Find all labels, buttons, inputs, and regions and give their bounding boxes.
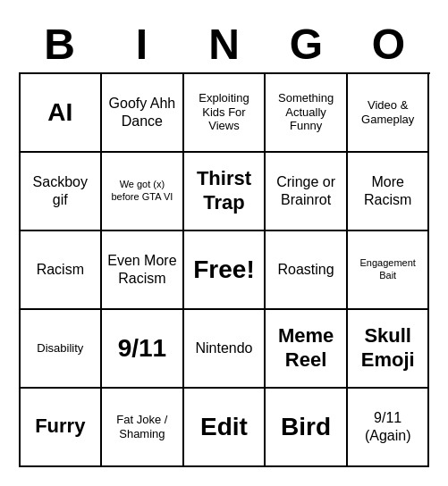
bingo-cell-14[interactable]: Engagement Bait <box>348 231 430 310</box>
bingo-cell-24[interactable]: 9/11 (Again) <box>348 389 430 467</box>
cell-text-9: More Racism <box>351 173 425 207</box>
bingo-grid: AIGoofy Ahh DanceExploiting Kids For Vie… <box>19 72 430 467</box>
bingo-cell-5[interactable]: Sackboy gif <box>21 153 103 231</box>
cell-text-8: Cringe or Brainrot <box>269 173 342 207</box>
cell-text-0: AI <box>47 97 72 128</box>
bingo-cell-2[interactable]: Exploiting Kids For Views <box>184 74 266 153</box>
bingo-card: BINGO AIGoofy Ahh DanceExploiting Kids F… <box>10 11 439 476</box>
cell-text-20: Furry <box>35 415 85 438</box>
cell-text-19: Skull Emoji <box>351 324 425 372</box>
bingo-cell-22[interactable]: Edit <box>184 389 266 467</box>
bingo-cell-18[interactable]: Meme Reel <box>266 310 348 389</box>
cell-text-17: Nintendo <box>195 339 252 356</box>
bingo-cell-17[interactable]: Nintendo <box>184 310 266 389</box>
cell-text-22: Edit <box>200 412 248 442</box>
cell-text-23: Bird <box>281 412 331 442</box>
bingo-cell-9[interactable]: More Racism <box>348 153 430 231</box>
title-letter-B: B <box>21 20 99 69</box>
cell-text-14: Engagement Bait <box>351 257 425 281</box>
bingo-cell-21[interactable]: Fat Joke / Shaming <box>102 389 184 467</box>
title-letter-N: N <box>185 20 264 69</box>
cell-text-5: Sackboy gif <box>24 173 97 207</box>
cell-text-15: Disability <box>37 341 83 356</box>
bingo-cell-19[interactable]: Skull Emoji <box>348 310 430 389</box>
bingo-cell-4[interactable]: Video & Gameplay <box>348 74 430 153</box>
cell-text-11: Even More Racism <box>106 252 179 286</box>
title-letter-I: I <box>103 20 182 69</box>
bingo-cell-8[interactable]: Cringe or Brainrot <box>266 153 348 231</box>
bingo-cell-15[interactable]: Disability <box>21 310 103 389</box>
cell-text-13: Roasting <box>278 261 334 278</box>
cell-text-6: We got (x) before GTA VI <box>106 179 179 202</box>
bingo-cell-1[interactable]: Goofy Ahh Dance <box>102 74 184 153</box>
bingo-cell-13[interactable]: Roasting <box>266 231 348 310</box>
cell-text-2: Exploiting Kids For Views <box>188 91 261 133</box>
cell-text-21: Fat Joke / Shaming <box>106 413 179 440</box>
bingo-cell-0[interactable]: AI <box>21 74 103 153</box>
cell-text-10: Racism <box>37 261 84 278</box>
title-letter-G: G <box>267 20 346 69</box>
cell-text-3: Something Actually Funny <box>269 91 342 133</box>
cell-text-16: 9/11 <box>118 333 167 364</box>
cell-text-18: Meme Reel <box>269 324 342 372</box>
bingo-cell-11[interactable]: Even More Racism <box>102 231 184 310</box>
cell-text-1: Goofy Ahh Dance <box>106 95 179 129</box>
bingo-cell-16[interactable]: 9/11 <box>102 310 184 389</box>
cell-text-24: 9/11 (Again) <box>351 409 425 443</box>
bingo-title: BINGO <box>19 20 430 69</box>
cell-text-7: Thirst Trap <box>188 167 261 214</box>
cell-text-12: Free! <box>193 255 254 285</box>
bingo-cell-3[interactable]: Something Actually Funny <box>266 74 348 153</box>
bingo-cell-20[interactable]: Furry <box>21 389 103 467</box>
bingo-cell-6[interactable]: We got (x) before GTA VI <box>102 153 184 231</box>
bingo-cell-7[interactable]: Thirst Trap <box>184 153 266 231</box>
cell-text-4: Video & Gameplay <box>351 98 425 126</box>
bingo-cell-12[interactable]: Free! <box>184 231 266 310</box>
title-letter-O: O <box>350 20 428 69</box>
bingo-cell-23[interactable]: Bird <box>266 389 348 467</box>
bingo-cell-10[interactable]: Racism <box>21 231 103 310</box>
